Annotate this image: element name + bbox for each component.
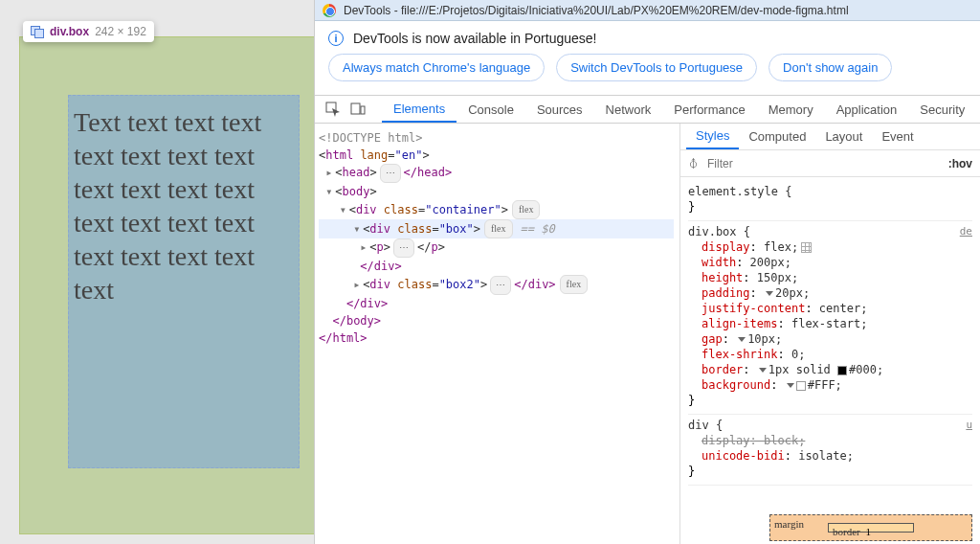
svg-rect-2 <box>361 106 365 114</box>
styles-subtabs: Styles Computed Layout Event <box>680 124 980 150</box>
container-close[interactable]: </div> <box>319 295 674 312</box>
subtab-computed[interactable]: Computed <box>739 124 815 149</box>
element-style-rule[interactable]: element.style { } <box>688 181 972 221</box>
html-close[interactable]: </html> <box>319 329 674 347</box>
container-highlight: Text text text text text text text text … <box>19 36 314 534</box>
info-bar: i DevTools is now available in Portugues… <box>315 21 980 52</box>
tab-elements[interactable]: Elements <box>382 96 457 123</box>
devtools-titlebar: DevTools - file:///E:/Projetos/Digitais/… <box>315 0 980 21</box>
switch-language-button[interactable]: Switch DevTools to Portuguese <box>556 54 757 81</box>
box-text: Text text text text text text text text … <box>69 96 299 306</box>
tab-security[interactable]: Security <box>908 96 976 123</box>
main-tabs: Elements Console Sources Network Perform… <box>315 95 980 124</box>
tooltip-dimensions: 242 × 192 <box>95 25 146 38</box>
ua-link[interactable]: u <box>966 418 972 433</box>
body-node[interactable]: ▾<body> <box>319 183 674 200</box>
dom-tree[interactable]: <!DOCTYPE html> <html lang="en"> ▸<head>… <box>315 124 679 544</box>
css-rules[interactable]: element.style { } de div.box { display: … <box>680 177 980 544</box>
filter-bar: ⦽ :hov <box>680 150 980 177</box>
subtab-styles[interactable]: Styles <box>686 124 739 149</box>
element-icon <box>31 26 44 37</box>
device-icon[interactable] <box>345 102 370 117</box>
source-link[interactable]: de <box>960 224 972 239</box>
chrome-icon <box>323 4 336 17</box>
styles-sidebar: Styles Computed Layout Event ⦽ :hov elem… <box>679 124 980 544</box>
head-node[interactable]: ▸<head>⋯</head> <box>319 164 674 183</box>
tab-performance[interactable]: Performance <box>662 96 756 123</box>
page-preview: Text text text text text text text text … <box>0 0 314 544</box>
filter-input[interactable] <box>707 157 941 170</box>
box-model[interactable]: margin - border 1 <box>769 514 972 541</box>
tab-sources[interactable]: Sources <box>525 96 594 123</box>
doctype[interactable]: <!DOCTYPE html> <box>319 129 674 147</box>
tooltip-selector: div.box <box>50 25 89 38</box>
tab-memory[interactable]: Memory <box>757 96 825 123</box>
html-open[interactable]: <html lang="en"> <box>319 147 674 164</box>
subtab-layout[interactable]: Layout <box>815 124 872 149</box>
info-message: DevTools is now available in Portuguese! <box>353 31 596 46</box>
tab-application[interactable]: Application <box>825 96 909 123</box>
match-language-button[interactable]: Always match Chrome's language <box>328 54 545 81</box>
box2-node[interactable]: ▸<div class="box2">⋯</div>flex <box>319 275 674 295</box>
subtab-event[interactable]: Event <box>872 124 923 149</box>
box-highlight: Text text text text text text text text … <box>68 95 300 468</box>
color-swatch-white[interactable] <box>796 381 806 391</box>
flex-grid-icon[interactable] <box>801 242 812 253</box>
p-node[interactable]: ▸<p>⋯</p> <box>319 238 674 258</box>
body-close[interactable]: </body> <box>319 312 674 329</box>
hov-toggle[interactable]: :hov <box>948 157 972 170</box>
info-icon: i <box>328 31 344 46</box>
tab-console[interactable]: Console <box>457 96 525 123</box>
svg-rect-1 <box>351 103 360 114</box>
devtools-panel: DevTools - file:///E:/Projetos/Digitais/… <box>314 0 980 544</box>
color-swatch-black[interactable] <box>837 366 847 375</box>
inspector-tooltip: div.box 242 × 192 <box>23 21 154 42</box>
devtools-title: DevTools - file:///E:/Projetos/Digitais/… <box>344 4 849 17</box>
box-close[interactable]: </div> <box>319 258 674 275</box>
dont-show-button[interactable]: Don't show again <box>768 54 892 81</box>
inspect-icon[interactable] <box>321 102 345 117</box>
box-rule[interactable]: de div.box { display: flex; width: 200px… <box>688 221 972 415</box>
main-panes: <!DOCTYPE html> <html lang="en"> ▸<head>… <box>315 124 980 544</box>
div-ua-rule[interactable]: u div { display: block; unicode-bidi: is… <box>688 415 972 486</box>
filter-icon: ⦽ <box>688 157 700 170</box>
tab-network[interactable]: Network <box>594 96 663 123</box>
box-node-selected[interactable]: ▾<div class="box">flex== $0 <box>319 219 674 238</box>
info-actions: Always match Chrome's language Switch De… <box>315 52 980 95</box>
container-node[interactable]: ▾<div class="container">flex <box>319 200 674 219</box>
